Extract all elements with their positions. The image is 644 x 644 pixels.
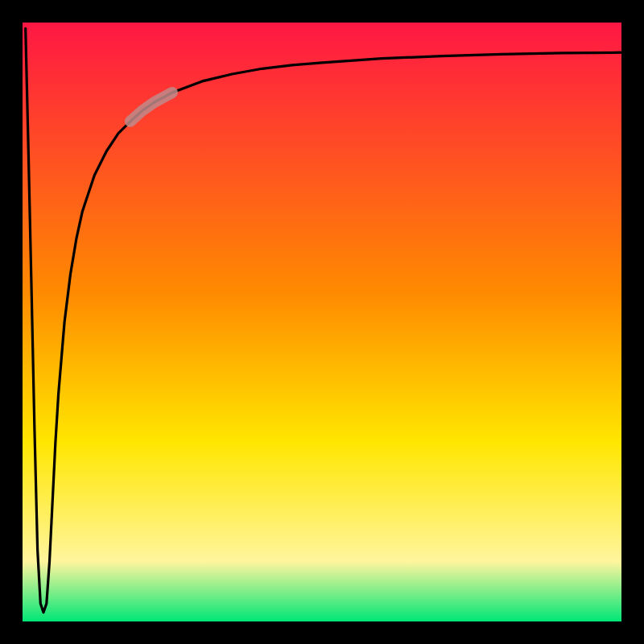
plot-background — [23, 23, 621, 621]
frame-bottom — [0, 621, 644, 644]
chart-svg — [0, 0, 644, 644]
frame-left — [0, 0, 23, 644]
frame-top — [0, 0, 644, 23]
frame-right — [621, 0, 644, 644]
chart-stage: TheBottleneck.com — [0, 0, 644, 644]
